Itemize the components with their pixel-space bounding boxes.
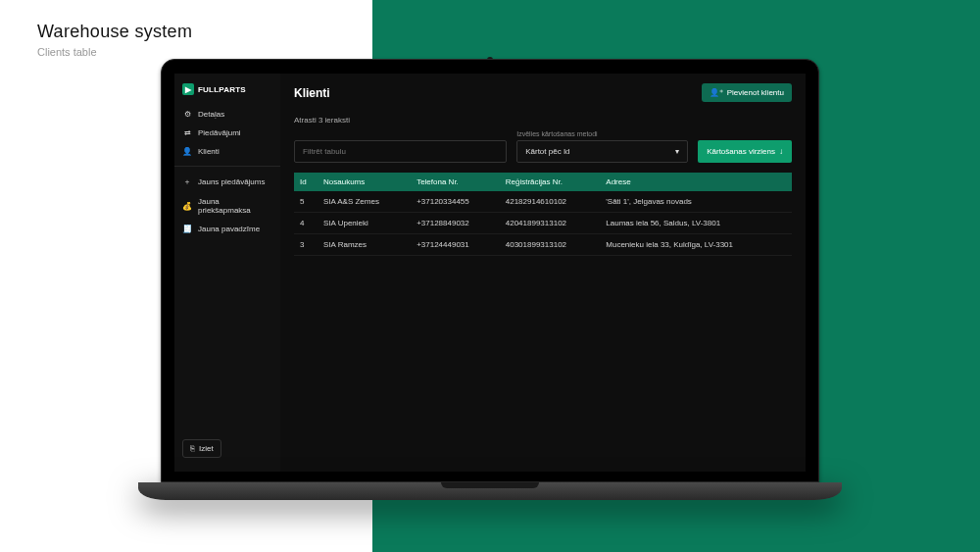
sort-selected: Kārtot pēc Id: [525, 147, 569, 156]
logout-button[interactable]: ⎘ Iziet: [182, 439, 221, 458]
cell: +37120334455: [411, 191, 500, 213]
nav-label: Klienti: [198, 147, 220, 156]
page-title: Warehouse system: [37, 22, 192, 42]
sort-wrapper: Izvēlies kārtošanas metodi Kārtot pēc Id…: [516, 130, 688, 163]
sort-select[interactable]: Kārtot pēc Id ▾: [516, 140, 688, 163]
sort-label: Izvēlies kārtošanas metodi: [516, 130, 688, 137]
cell: 'Sāti 1', Jelgavas novads: [600, 191, 792, 213]
table-header-row: IdNosaukumsTelefona Nr.Reģistrācijas Nr.…: [294, 173, 792, 191]
arrow-down-icon: ↓: [779, 147, 783, 156]
sidebar: ▶ FULLPARTS ⚙Detaļas⇄Piedāvājumi👤Klienti…: [174, 74, 280, 472]
col-header[interactable]: Id: [294, 173, 318, 191]
cell: SIA A&S Zemes: [318, 191, 411, 213]
page-heading: Klienti: [294, 86, 330, 100]
nav-icon: 👤: [182, 147, 192, 156]
cell: Laumas iela 56, Saldus, LV-3801: [600, 213, 792, 234]
controls-row: Izvēlies kārtošanas metodi Kārtot pēc Id…: [294, 130, 792, 163]
col-header[interactable]: Reģistrācijas Nr.: [500, 173, 601, 191]
add-client-label: Pievienot klientu: [727, 88, 784, 97]
logout-label: Iziet: [199, 444, 214, 453]
col-header[interactable]: Nosaukums: [318, 173, 411, 191]
nav-label: Jauna pavadzīme: [198, 225, 260, 233]
laptop-mockup: ▶ FULLPARTS ⚙Detaļas⇄Piedāvājumi👤Klienti…: [161, 59, 819, 500]
cell: 42182914610102: [500, 191, 601, 213]
sidebar-item-a-2[interactable]: 👤Klienti: [174, 142, 280, 161]
app-screen: ▶ FULLPARTS ⚙Detaļas⇄Piedāvājumi👤Klienti…: [174, 74, 806, 472]
cell: SIA Ramzes: [318, 234, 411, 256]
nav-label: Piedāvājumi: [198, 128, 241, 137]
table-row[interactable]: 5SIA A&S Zemes+3712033445542182914610102…: [294, 191, 792, 213]
sidebar-item-a-0[interactable]: ⚙Detaļas: [174, 105, 280, 124]
nav-label: Jauna priekšapmaksa: [198, 197, 272, 215]
nav-icon: 💰: [182, 202, 192, 211]
page-subtitle: Clients table: [37, 46, 192, 58]
topbar: Klienti 👤⁺ Pievienot klientu: [294, 83, 792, 102]
sidebar-item-b-0[interactable]: ＋Jauns piedāvājums: [174, 172, 280, 192]
records-count: Atrasti 3 ieraksti: [294, 116, 792, 125]
add-client-button[interactable]: 👤⁺ Pievienot klientu: [702, 83, 792, 102]
main-panel: Klienti 👤⁺ Pievienot klientu Atrasti 3 i…: [280, 74, 806, 472]
logout-icon: ⎘: [190, 444, 195, 453]
cell: Mucenieku iela 33, Kuldīga, LV-3301: [600, 234, 792, 256]
brand-logo[interactable]: ▶ FULLPARTS: [174, 79, 280, 105]
laptop-base: [138, 482, 842, 500]
chevron-down-icon: ▾: [675, 147, 679, 156]
nav-icon: 🧾: [182, 225, 192, 233]
sidebar-divider: [174, 166, 280, 167]
nav-label: Detaļas: [198, 110, 224, 119]
cell: +37128849032: [411, 213, 500, 234]
sidebar-item-b-2[interactable]: 🧾Jauna pavadzīme: [174, 220, 280, 238]
brand-text: FULLPARTS: [198, 85, 246, 94]
cell: 40301899313102: [500, 234, 601, 256]
sidebar-item-a-1[interactable]: ⇄Piedāvājumi: [174, 124, 280, 142]
sidebar-item-b-1[interactable]: 💰Jauna priekšapmaksa: [174, 192, 280, 220]
page-label: Warehouse system Clients table: [37, 22, 192, 58]
nav-label: Jauns piedāvājums: [198, 177, 265, 186]
filter-wrapper: [294, 140, 507, 163]
cell: 42041899313102: [500, 213, 601, 234]
sort-direction-button[interactable]: Kārtošanas virziens ↓: [698, 140, 792, 163]
nav-icon: ⚙: [182, 110, 192, 119]
brand-icon: ▶: [182, 83, 194, 95]
cell: SIA Upenieki: [318, 213, 411, 234]
user-plus-icon: 👤⁺: [710, 88, 723, 97]
cell: +37124449031: [411, 234, 500, 256]
clients-table: IdNosaukumsTelefona Nr.Reģistrācijas Nr.…: [294, 173, 792, 256]
table-row[interactable]: 4SIA Upenieki+3712884903242041899313102L…: [294, 213, 792, 234]
cell: 4: [294, 213, 318, 234]
cell: 3: [294, 234, 318, 256]
filter-input[interactable]: [294, 140, 507, 163]
nav-icon: ⇄: [182, 128, 192, 137]
nav-icon: ＋: [182, 176, 192, 187]
sort-direction-label: Kārtošanas virziens: [707, 147, 775, 156]
col-header[interactable]: Adrese: [600, 173, 792, 191]
table-row[interactable]: 3SIA Ramzes+3712444903140301899313102Muc…: [294, 234, 792, 256]
col-header[interactable]: Telefona Nr.: [411, 173, 500, 191]
cell: 5: [294, 191, 318, 213]
